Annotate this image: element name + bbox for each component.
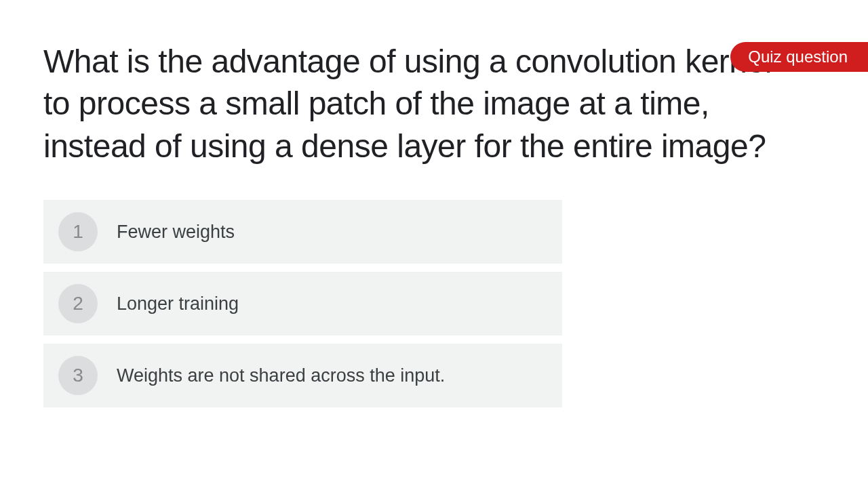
option-number-badge: 2 xyxy=(58,284,98,323)
question-text: What is the advantage of using a convolu… xyxy=(43,41,776,167)
option-number-text: 2 xyxy=(73,293,83,314)
option-number-badge: 3 xyxy=(58,356,98,395)
options-container: 1 Fewer weights 2 Longer training 3 Weig… xyxy=(43,200,562,407)
option-text: Fewer weights xyxy=(117,222,235,243)
option-text: Weights are not shared across the input. xyxy=(117,365,445,386)
option-number-text: 1 xyxy=(73,221,83,243)
option-number-text: 3 xyxy=(73,365,83,386)
option-3[interactable]: 3 Weights are not shared across the inpu… xyxy=(43,344,562,407)
option-text: Longer training xyxy=(117,293,239,314)
option-number-badge: 1 xyxy=(58,212,98,251)
option-2[interactable]: 2 Longer training xyxy=(43,272,562,336)
quiz-badge: Quiz question xyxy=(730,42,868,72)
quiz-badge-label: Quiz question xyxy=(748,47,848,66)
option-1[interactable]: 1 Fewer weights xyxy=(43,200,562,264)
